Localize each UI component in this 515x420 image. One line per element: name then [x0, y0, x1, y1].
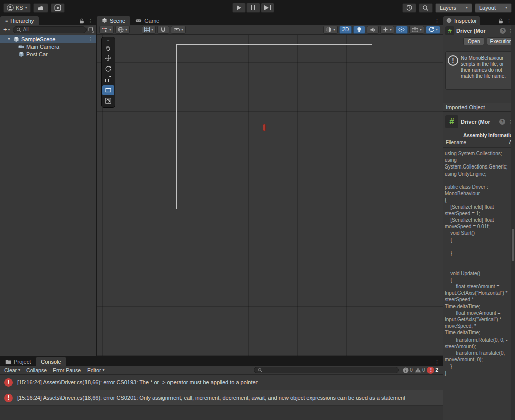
- clear-button[interactable]: Clear ▾: [1, 366, 23, 374]
- pivot-orientation-dropdown[interactable]: ▾: [115, 26, 130, 34]
- tool-settings-dropdown[interactable]: ▾: [99, 26, 114, 34]
- increment-snap-dropdown[interactable]: ▾: [171, 26, 186, 34]
- scene-name-label: SampleScene: [21, 36, 56, 42]
- tab-hierarchy[interactable]: ≡ Hierarchy: [0, 16, 39, 25]
- step-button[interactable]: [261, 3, 274, 13]
- inspector-scrollbar[interactable]: [511, 25, 515, 420]
- lock-icon[interactable]: [498, 18, 503, 24]
- snap-toggle-button[interactable]: [157, 26, 169, 34]
- console-search-input[interactable]: [254, 367, 399, 373]
- tab-project[interactable]: Project: [0, 357, 36, 366]
- rect-tool-button[interactable]: [102, 85, 114, 95]
- chevron-down-icon: ▾: [102, 368, 104, 372]
- tab-console[interactable]: Console: [36, 357, 66, 366]
- scene-options-icon[interactable]: ⋮: [88, 36, 93, 42]
- car-sprite[interactable]: [263, 124, 266, 131]
- undo-history-button[interactable]: [402, 3, 416, 13]
- scene-visibility-toggle-button[interactable]: [396, 26, 408, 34]
- item-label: Main Camera: [26, 44, 59, 50]
- lock-icon[interactable]: [79, 18, 84, 24]
- chevron-down-icon: ▾: [125, 28, 127, 32]
- grid-visibility-dropdown[interactable]: ▾: [142, 26, 156, 34]
- scale-tool-button[interactable]: [102, 74, 114, 85]
- cloud-button[interactable]: [33, 3, 48, 13]
- console-toolbar: Clear ▾ Collapse Error Pause Editor ▾ 0 …: [0, 366, 443, 375]
- hierarchy-tree: ▼ SampleScene ⋮ Main Camera Post Car: [0, 34, 96, 58]
- layers-dropdown[interactable]: Layers ▾: [435, 3, 472, 13]
- play-icon: [237, 5, 241, 10]
- magnet-icon: [161, 27, 166, 32]
- audio-toggle-button[interactable]: [367, 26, 379, 34]
- chevron-down-icon: ▾: [505, 6, 507, 10]
- move-tool-button[interactable]: [102, 53, 114, 63]
- tools-overlay: ≡: [101, 37, 115, 108]
- error-icon: !: [4, 378, 13, 387]
- play-button[interactable]: [232, 3, 246, 13]
- 2d-toggle-button[interactable]: 2D: [339, 26, 352, 34]
- assembly-information-label: Assembly Information: [443, 131, 515, 139]
- account-label: KS: [16, 5, 23, 11]
- editor-label: Editor: [87, 367, 101, 373]
- hierarchy-item-post-car[interactable]: Post Car: [0, 50, 96, 58]
- search-everywhere-button[interactable]: [419, 3, 433, 13]
- create-object-button[interactable]: +▾: [2, 26, 11, 33]
- camera-bounds-gizmo: [176, 44, 372, 209]
- open-button[interactable]: Open: [463, 37, 484, 45]
- pause-button[interactable]: [246, 3, 260, 13]
- collapse-button[interactable]: Collapse: [23, 366, 50, 374]
- hierarchy-item-samplescene[interactable]: ▼ SampleScene ⋮: [0, 35, 96, 43]
- globe-icon: [118, 27, 124, 33]
- script-source-preview: using System.Collections; using System.C…: [443, 148, 515, 420]
- draw-mode-dropdown[interactable]: ▾: [323, 26, 338, 34]
- move-icon: [105, 55, 112, 62]
- tab-scene[interactable]: Scene: [97, 16, 130, 25]
- grid-icon: [144, 27, 150, 32]
- info-count-badge[interactable]: 0: [403, 367, 413, 373]
- transform-tool-button[interactable]: [102, 96, 114, 106]
- imported-script-header: # Driver (Mor ? ⋮: [443, 112, 515, 131]
- scene-viewport[interactable]: ≡: [97, 35, 443, 356]
- hand-tool-button[interactable]: [102, 43, 114, 53]
- scene-tab-icon: [102, 18, 107, 23]
- tab-game[interactable]: Game: [130, 16, 164, 25]
- hierarchy-item-main-camera[interactable]: Main Camera: [0, 43, 96, 50]
- scrollbar-thumb[interactable]: [512, 229, 514, 261]
- lightbulb-icon: [357, 27, 362, 33]
- services-button[interactable]: [51, 3, 65, 13]
- console-log-entry[interactable]: ! [15:16:24] Assets\Driver.cs(18,66): er…: [0, 375, 443, 390]
- overlay-handle-icon[interactable]: ≡: [102, 38, 114, 42]
- rotate-tool-button[interactable]: [102, 64, 114, 74]
- layout-dropdown[interactable]: Layout ▾: [475, 3, 512, 13]
- camera-icon: [18, 44, 24, 50]
- effects-dropdown[interactable]: ▾: [380, 26, 394, 34]
- warning-count-badge[interactable]: 0: [415, 367, 425, 373]
- foldout-arrow-icon[interactable]: ▼: [7, 37, 11, 41]
- tab-hierarchy-label: Hierarchy: [10, 18, 34, 24]
- help-icon[interactable]: ?: [499, 119, 505, 125]
- toolbar-left-group: KS ▾: [3, 3, 65, 13]
- gizmos-refresh-dropdown[interactable]: ▾: [426, 26, 440, 34]
- editor-dropdown[interactable]: Editor ▾: [84, 366, 107, 374]
- hierarchy-menu-icon[interactable]: ⋮: [88, 18, 93, 24]
- scene-picker-icon[interactable]: [88, 27, 94, 33]
- search-icon: [422, 5, 429, 11]
- console-log-entry[interactable]: ! [15:16:24] Assets\Driver.cs(18,66): er…: [0, 390, 443, 406]
- error-count-badge[interactable]: ! 2: [427, 367, 438, 374]
- chevron-down-icon: ▾: [109, 28, 111, 32]
- unity-editor-window: KS ▾ Layers ▾: [0, 0, 515, 420]
- warning-triangle-icon: [415, 367, 421, 373]
- tab-console-label: Console: [41, 359, 61, 365]
- csharp-script-icon: #: [445, 115, 458, 128]
- help-icon[interactable]: ?: [500, 28, 506, 34]
- account-menu-button[interactable]: KS ▾: [3, 3, 31, 13]
- hierarchy-search-input[interactable]: All: [13, 26, 87, 33]
- gamepad-icon: [135, 18, 142, 23]
- error-pause-button[interactable]: Error Pause: [50, 366, 84, 374]
- lighting-toggle-button[interactable]: [353, 26, 365, 34]
- script-title: Driver (Mor: [456, 28, 498, 34]
- scene-menu-icon[interactable]: ⋮: [434, 18, 440, 24]
- inspector-menu-icon[interactable]: ⋮: [506, 18, 512, 24]
- console-menu-icon[interactable]: ⋮: [434, 359, 440, 365]
- scene-camera-dropdown[interactable]: ▾: [409, 26, 424, 34]
- tab-inspector[interactable]: Inspector: [443, 16, 480, 25]
